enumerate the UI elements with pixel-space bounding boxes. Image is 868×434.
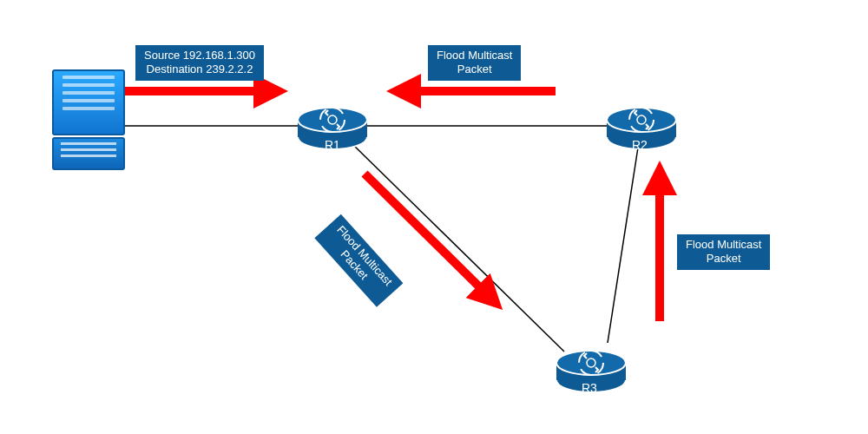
router-r2-label: R2	[632, 138, 648, 152]
flood-label-top: Flood MulticastPacket	[428, 45, 521, 81]
dest-ip: 239.2.2.2	[206, 62, 253, 76]
link-r2-r3	[608, 148, 638, 343]
flood-label-right: Flood MulticastPacket	[677, 234, 770, 270]
flood-label-right-text: Flood MulticastPacket	[686, 238, 761, 265]
dest-header: Destination	[147, 62, 203, 76]
source-header: Source	[144, 49, 180, 62]
router-r3-label: R3	[582, 381, 597, 395]
source-dest-label: Source 192.168.1.300 Destination 239.2.2…	[135, 45, 264, 81]
link-r1-r3	[352, 143, 564, 352]
router-r1-label: R1	[325, 138, 340, 152]
source-ip: 192.168.1.300	[183, 49, 255, 62]
server-device	[52, 69, 122, 165]
flood-label-top-text: Flood MulticastPacket	[437, 49, 512, 76]
